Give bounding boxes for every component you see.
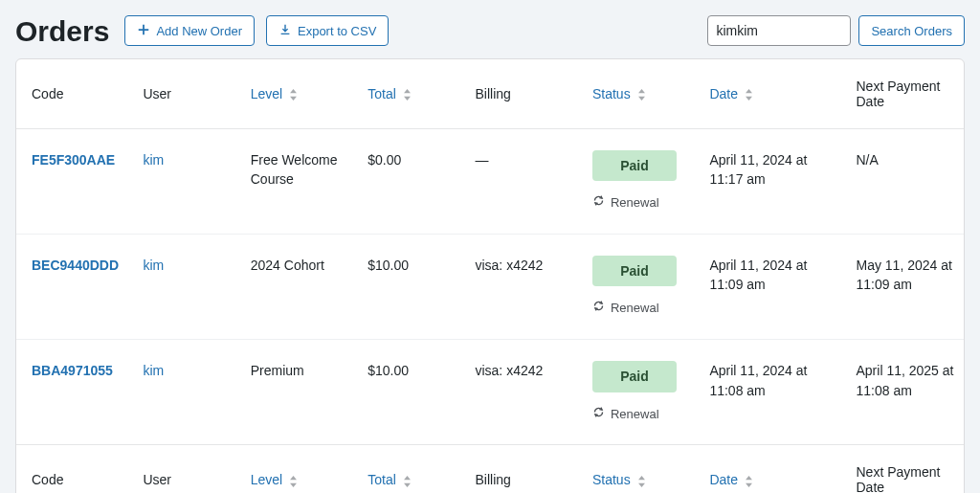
- table-row: BEC9440DDD kim 2024 Cohort $10.00 visa: …: [16, 235, 964, 340]
- level-cell: Free Welcome Course: [241, 129, 358, 235]
- foot-status[interactable]: Status: [583, 445, 700, 493]
- search-wrap: Search Orders: [707, 15, 965, 46]
- total-cell: $10.00: [358, 235, 465, 340]
- search-orders-button[interactable]: Search Orders: [858, 15, 965, 46]
- date-cell: April 11, 2024 at 11:08 am: [700, 340, 846, 445]
- col-code[interactable]: Code: [16, 59, 133, 129]
- level-cell: Premium: [241, 340, 358, 445]
- status-badge: Paid: [592, 150, 677, 181]
- status-badge: Paid: [592, 361, 677, 392]
- col-status-label: Status: [592, 86, 631, 101]
- renewal-indicator: Renewal: [592, 406, 690, 424]
- foot-status-label: Status: [592, 472, 631, 487]
- billing-cell: —: [465, 129, 582, 235]
- table-body: FE5F300AAE kim Free Welcome Course $0.00…: [16, 129, 964, 445]
- foot-total[interactable]: Total: [358, 445, 465, 493]
- col-date[interactable]: Date: [700, 59, 846, 129]
- add-new-label: Add New Order: [156, 24, 242, 38]
- col-level-label: Level: [251, 86, 282, 101]
- foot-billing[interactable]: Billing: [465, 445, 582, 493]
- orders-table-card: Code User Level Total Billing Status Dat…: [15, 58, 965, 493]
- col-user[interactable]: User: [133, 59, 240, 129]
- col-date-label: Date: [709, 86, 738, 101]
- download-icon: [278, 23, 292, 39]
- foot-code[interactable]: Code: [16, 445, 133, 493]
- search-input[interactable]: [707, 15, 851, 46]
- foot-user[interactable]: User: [133, 445, 240, 493]
- billing-cell: visa: x4242: [465, 340, 582, 445]
- next-cell: N/A: [846, 129, 964, 235]
- table-row: FE5F300AAE kim Free Welcome Course $0.00…: [16, 129, 964, 235]
- date-cell: April 11, 2024 at 11:17 am: [700, 129, 846, 235]
- foot-next[interactable]: Next Payment Date: [846, 445, 964, 493]
- date-cell: April 11, 2024 at 11:09 am: [700, 235, 846, 340]
- table-foot: Code User Level Total Billing Status Dat…: [16, 445, 964, 493]
- sort-icon: [403, 89, 412, 101]
- sort-icon: [403, 476, 412, 487]
- user-link[interactable]: kim: [143, 152, 164, 168]
- renewal-icon: [592, 300, 605, 318]
- status-badge: Paid: [592, 256, 677, 286]
- table-head: Code User Level Total Billing Status Dat…: [16, 59, 964, 129]
- foot-date-label: Date: [709, 472, 738, 487]
- col-total-label: Total: [368, 86, 396, 101]
- col-status[interactable]: Status: [583, 59, 700, 129]
- billing-cell: visa: x4242: [465, 235, 582, 340]
- sort-icon: [745, 89, 754, 101]
- renewal-indicator: Renewal: [592, 300, 690, 318]
- renewal-label: Renewal: [611, 406, 659, 424]
- col-next[interactable]: Next Payment Date: [846, 59, 964, 129]
- foot-level-label: Level: [251, 472, 282, 487]
- sort-icon: [637, 89, 647, 101]
- order-code-link[interactable]: BBA4971055: [32, 363, 113, 378]
- renewal-label: Renewal: [611, 194, 659, 213]
- foot-level[interactable]: Level: [241, 445, 358, 493]
- renewal-icon: [592, 406, 605, 424]
- user-link[interactable]: kim: [143, 363, 164, 378]
- sort-icon: [289, 89, 299, 101]
- col-level[interactable]: Level: [241, 59, 358, 129]
- user-link[interactable]: kim: [143, 258, 164, 273]
- page-title: Orders: [15, 15, 109, 47]
- foot-total-label: Total: [368, 472, 396, 487]
- order-code-link[interactable]: BEC9440DDD: [32, 258, 119, 273]
- sort-icon: [745, 476, 754, 487]
- orders-table: Code User Level Total Billing Status Dat…: [16, 59, 964, 493]
- foot-date[interactable]: Date: [700, 445, 846, 493]
- total-cell: $0.00: [358, 129, 465, 235]
- top-bar: Orders Add New Order Export to CSV Searc…: [15, 15, 965, 47]
- order-code-link[interactable]: FE5F300AAE: [32, 152, 115, 168]
- export-label: Export to CSV: [298, 24, 376, 38]
- sort-icon: [289, 476, 299, 487]
- col-total[interactable]: Total: [358, 59, 465, 129]
- export-csv-button[interactable]: Export to CSV: [266, 15, 389, 46]
- next-cell: May 11, 2024 at 11:09 am: [846, 235, 964, 340]
- renewal-indicator: Renewal: [592, 194, 690, 213]
- sort-icon: [637, 476, 647, 487]
- renewal-label: Renewal: [611, 300, 659, 318]
- next-cell: April 11, 2025 at 11:08 am: [846, 340, 964, 445]
- plus-icon: [137, 23, 150, 39]
- renewal-icon: [592, 194, 605, 213]
- total-cell: $10.00: [358, 340, 465, 445]
- level-cell: 2024 Cohort: [241, 235, 358, 340]
- col-billing[interactable]: Billing: [465, 59, 582, 129]
- add-new-order-button[interactable]: Add New Order: [124, 15, 255, 46]
- table-row: BBA4971055 kim Premium $10.00 visa: x424…: [16, 340, 964, 445]
